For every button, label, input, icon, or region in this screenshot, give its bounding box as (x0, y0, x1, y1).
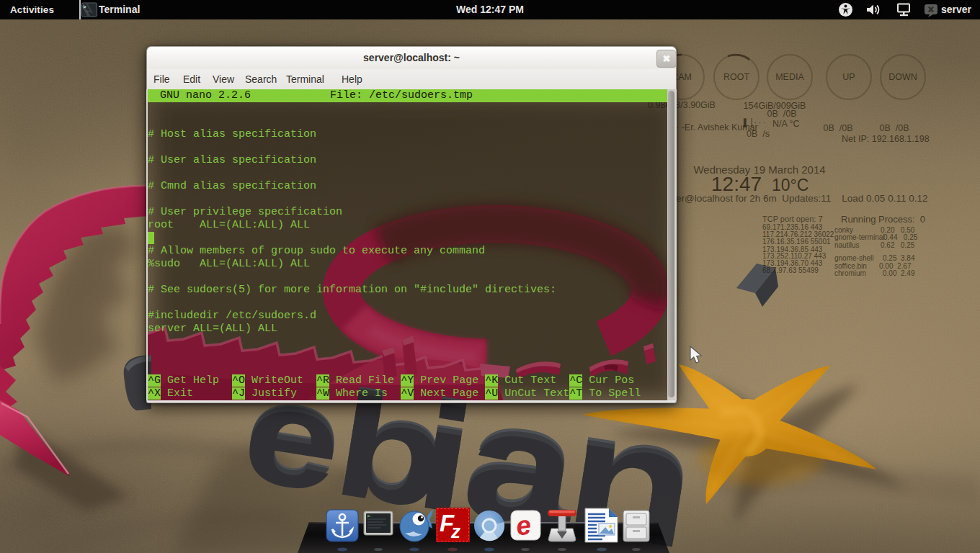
svg-text:>: > (367, 513, 370, 519)
svg-text:z: z (450, 521, 460, 542)
svg-text:_: _ (86, 6, 90, 12)
